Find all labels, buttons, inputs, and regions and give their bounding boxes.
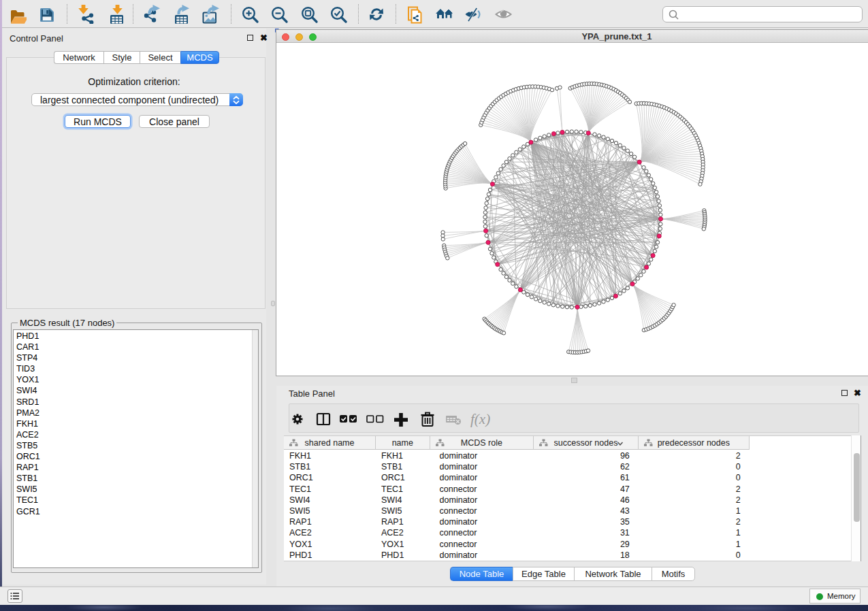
svg-text:f(x): f(x) <box>470 411 490 427</box>
